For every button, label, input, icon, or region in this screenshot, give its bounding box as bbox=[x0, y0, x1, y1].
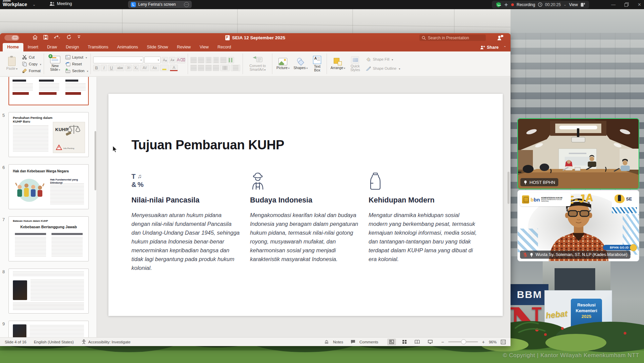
cut-button[interactable]: Cut bbox=[22, 54, 41, 60]
minimize-button[interactable]: — bbox=[611, 2, 616, 7]
notes-button[interactable]: Notes bbox=[333, 340, 343, 344]
align-text-button[interactable] bbox=[231, 65, 240, 71]
more-options-icon[interactable]: ⋯ bbox=[184, 2, 189, 7]
tab-view[interactable]: View bbox=[195, 43, 213, 51]
text-direction-button[interactable] bbox=[220, 65, 230, 71]
reset-button[interactable]: Reset bbox=[65, 61, 88, 67]
font-color-button[interactable]: A bbox=[170, 65, 178, 71]
thumbnail-slide-9[interactable] bbox=[8, 321, 89, 337]
typography-icon: T ♫ & % bbox=[131, 172, 242, 193]
tab-home[interactable]: Home bbox=[3, 43, 23, 51]
underline-button[interactable]: U bbox=[108, 65, 115, 71]
accessibility-status[interactable]: Accessibility: Investigate bbox=[88, 340, 131, 344]
slide-sorter-icon bbox=[402, 340, 407, 344]
shape-outline-icon bbox=[366, 66, 371, 71]
shape-outline-button[interactable]: Shape Outline bbox=[366, 66, 400, 71]
thumbnail-slide-7[interactable]: Batasan Hukum dalam KUHP Kebebasan Berta… bbox=[8, 216, 89, 261]
meeting-menu[interactable]: Meeting bbox=[49, 1, 72, 6]
normal-view-button[interactable] bbox=[387, 339, 396, 345]
layout-button[interactable]: Layout bbox=[65, 54, 88, 60]
tab-draw[interactable]: Draw bbox=[43, 43, 61, 51]
highlight-button[interactable] bbox=[160, 65, 169, 71]
columns-button[interactable] bbox=[228, 57, 234, 63]
text-box-icon bbox=[313, 56, 321, 64]
security-shield-icon[interactable] bbox=[496, 2, 501, 7]
bullets-button[interactable] bbox=[190, 57, 197, 63]
justify-button[interactable] bbox=[213, 65, 219, 71]
chevron-down-icon[interactable]: ⌄ bbox=[33, 2, 36, 6]
view-layout-icon[interactable] bbox=[581, 3, 585, 7]
thumbnail-slide-6[interactable]: Hak dan Kebebasan Warga Negara Hak Funda… bbox=[8, 164, 89, 209]
zoom-percentage[interactable]: 96% bbox=[489, 340, 497, 344]
copy-button[interactable]: Copy bbox=[22, 61, 41, 67]
current-slide[interactable]: Tujuan Pembaruan KUHP T ♫ & % Nilai-nila… bbox=[108, 94, 503, 316]
thumbnail-slide-5[interactable]: Perubahan Penting dalam KUHP Baru KUHP I… bbox=[8, 112, 89, 157]
close-button[interactable]: ✕ bbox=[638, 2, 641, 7]
align-center-button[interactable] bbox=[198, 65, 204, 71]
thumbnail-slide-8[interactable] bbox=[8, 269, 89, 314]
zoom-out-button[interactable]: − bbox=[441, 339, 444, 345]
section-button[interactable]: Section bbox=[65, 68, 88, 73]
tab-transitions[interactable]: Transitions bbox=[83, 43, 113, 51]
video-tile-speaker[interactable]: SE-JA bbn KEMENTERIAN HUKUM BADAN PEMBIN… bbox=[517, 190, 639, 261]
slide-counter[interactable]: Slide 4 of 16 bbox=[5, 340, 26, 344]
numbering-button[interactable] bbox=[198, 57, 204, 63]
thumbnail-slide-4-selected[interactable] bbox=[8, 77, 89, 105]
align-right-button[interactable] bbox=[205, 65, 212, 71]
strikethrough-button[interactable]: abe bbox=[116, 65, 124, 71]
reading-view-button[interactable] bbox=[413, 339, 422, 345]
zoom-in-button[interactable]: + bbox=[482, 339, 485, 345]
superscript-button[interactable]: X² bbox=[125, 65, 132, 71]
tab-record[interactable]: Record bbox=[213, 43, 235, 51]
tab-review[interactable]: Review bbox=[172, 43, 195, 51]
italic-button[interactable]: I bbox=[101, 65, 107, 71]
view-button[interactable]: View bbox=[569, 2, 578, 7]
search-input[interactable]: Search in Presentation bbox=[419, 35, 486, 41]
shapes-button[interactable]: Shapes bbox=[292, 53, 309, 75]
format-painter-button[interactable]: Format bbox=[22, 68, 41, 73]
zoom-slider[interactable] bbox=[448, 341, 478, 342]
line-spacing-button[interactable] bbox=[220, 57, 227, 63]
screen-share-tab[interactable]: L Leny Ferina's screen ⋯ bbox=[128, 1, 192, 8]
slideshow-view-button[interactable] bbox=[426, 339, 435, 345]
zoom-slider-knob[interactable] bbox=[461, 339, 466, 344]
maximize-button[interactable] bbox=[624, 2, 629, 7]
character-spacing-button[interactable]: AV bbox=[140, 65, 149, 71]
collapse-ribbon-icon[interactable]: ⌃ bbox=[503, 45, 506, 50]
video-tile-host[interactable]: HOST BPHN bbox=[517, 118, 639, 189]
bullet-list-icon bbox=[191, 58, 196, 62]
new-slide-button[interactable]: + New Slide bbox=[46, 53, 64, 75]
picture-button[interactable]: Picture bbox=[275, 53, 291, 75]
presenter-coach-icon[interactable] bbox=[497, 35, 503, 41]
decrease-font-button[interactable]: A▾ bbox=[169, 57, 175, 63]
tab-insert[interactable]: Insert bbox=[23, 43, 43, 51]
clear-formatting-button[interactable]: A⌫ bbox=[176, 57, 185, 63]
font-size-combo[interactable] bbox=[144, 57, 161, 63]
fit-slide-icon[interactable] bbox=[501, 340, 506, 344]
tab-animations[interactable]: Animations bbox=[113, 43, 143, 51]
comments-button[interactable]: Comments bbox=[359, 340, 378, 344]
shape-fill-button[interactable]: Shape Fill bbox=[366, 57, 400, 62]
font-name-combo[interactable] bbox=[93, 57, 143, 63]
share-button[interactable]: Share bbox=[480, 45, 499, 50]
text-box-button[interactable]: TextBox bbox=[310, 53, 324, 75]
canvas-scrollbar[interactable] bbox=[507, 172, 510, 204]
increase-font-button[interactable]: A▴ bbox=[162, 57, 168, 63]
slide-sorter-view-button[interactable] bbox=[400, 339, 409, 345]
increase-indent-button[interactable] bbox=[213, 57, 219, 63]
language-status[interactable]: English (United States) bbox=[34, 340, 74, 344]
thumbnail-scrollbar[interactable] bbox=[95, 131, 96, 190]
convert-to-smartart-button[interactable]: Convert toSmartArt bbox=[245, 53, 270, 75]
change-case-button[interactable]: Aa bbox=[150, 65, 159, 71]
paste-button[interactable]: Paste bbox=[3, 53, 21, 75]
bold-button[interactable]: B bbox=[93, 65, 100, 71]
timer-chevron-icon[interactable]: ⌄ bbox=[563, 3, 566, 6]
ai-companion-icon[interactable] bbox=[504, 2, 508, 7]
tab-slide-show[interactable]: Slide Show bbox=[143, 43, 173, 51]
tab-design[interactable]: Design bbox=[61, 43, 83, 51]
decrease-indent-button[interactable] bbox=[205, 57, 212, 63]
subscript-button[interactable]: X₂ bbox=[133, 65, 139, 71]
arrange-button[interactable]: Arrange bbox=[329, 53, 346, 75]
align-left-button[interactable] bbox=[190, 65, 197, 71]
quick-styles-button[interactable]: QuickStyles bbox=[348, 53, 362, 75]
